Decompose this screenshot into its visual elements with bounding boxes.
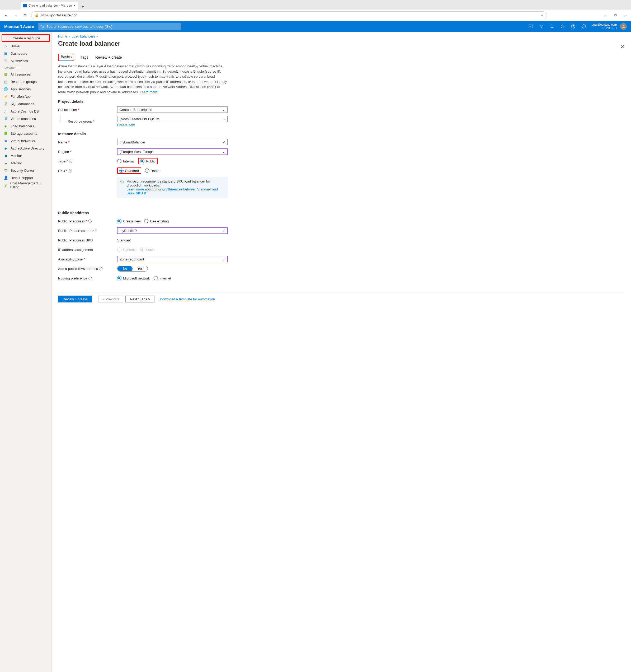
feedback-icon[interactable] bbox=[579, 21, 588, 32]
directory-filter-icon[interactable] bbox=[537, 21, 546, 32]
chevron-down-icon: ⌄ bbox=[222, 108, 225, 112]
sidebar-item-vnets[interactable]: ⇆Virtual networks bbox=[0, 137, 51, 144]
info-icon[interactable]: i bbox=[99, 267, 102, 270]
label-pip-name: Public IP address name * bbox=[58, 229, 117, 233]
radio-pip-existing[interactable]: Use existing bbox=[144, 219, 169, 223]
breadcrumb: Home › Load balancers › bbox=[58, 34, 625, 38]
sidebar-item-cosmos[interactable]: ☄Azure Cosmos DB bbox=[0, 107, 51, 115]
toggle-ipv6-yes[interactable]: Yes bbox=[132, 266, 148, 271]
sidebar-item-resource-groups[interactable]: ◫Resource groups bbox=[0, 78, 51, 85]
collections-icon[interactable]: ⧉ bbox=[612, 13, 619, 18]
reading-mode-icon[interactable]: ☆ bbox=[540, 13, 544, 17]
external-link-icon: ⧉ bbox=[144, 191, 146, 195]
avatar[interactable] bbox=[620, 23, 627, 30]
label-availability-zone: Availability zone * bbox=[58, 257, 117, 261]
close-blade-icon[interactable]: ✕ bbox=[620, 44, 625, 50]
sidebar-item-monitor[interactable]: ◉Monitor bbox=[0, 152, 51, 159]
radio-sku-basic[interactable]: Basic bbox=[145, 169, 159, 173]
sidebar-item-function-app[interactable]: ⚡Function App bbox=[0, 93, 51, 100]
advisor-icon: ☁ bbox=[4, 161, 8, 165]
sku-pricing-link[interactable]: Learn more about pricing differences bet… bbox=[126, 187, 218, 195]
radio-type-internal[interactable]: Internal bbox=[117, 159, 134, 163]
lightning-icon: ⚡ bbox=[4, 94, 8, 98]
sidebar-item-load-balancers[interactable]: ◈Load balancers bbox=[0, 122, 51, 130]
sidebar-item-advisor[interactable]: ☁Advisor bbox=[0, 159, 51, 167]
create-new-rg-link[interactable]: Create new bbox=[117, 123, 228, 127]
chevron-right-icon: › bbox=[69, 34, 70, 38]
new-tab-button[interactable]: + bbox=[78, 4, 87, 9]
user-account[interactable]: user@contoso.com CONTOSO bbox=[589, 23, 617, 30]
sidebar-item-storage[interactable]: ☰Storage accounts bbox=[0, 130, 51, 137]
database-icon: 🗄 bbox=[4, 102, 8, 106]
search-input[interactable] bbox=[47, 25, 178, 28]
download-template-link[interactable]: Download a template for automation bbox=[160, 297, 215, 301]
sidebar-item-all-services[interactable]: ☰All services bbox=[0, 57, 51, 65]
input-name[interactable]: myLoadBalancer✓ bbox=[117, 139, 228, 145]
radio-routing-ms[interactable]: Microsoft network bbox=[117, 276, 150, 280]
breadcrumb-lb[interactable]: Load balancers bbox=[72, 34, 95, 38]
radio-type-public[interactable]: Public bbox=[140, 159, 155, 163]
close-tab-icon[interactable]: × bbox=[73, 3, 76, 8]
svg-rect-2 bbox=[529, 25, 533, 28]
favorites-label: FAVORITES bbox=[0, 65, 51, 71]
toggle-ipv6[interactable]: No Yes bbox=[117, 266, 148, 271]
menu-icon[interactable]: ⋯ bbox=[622, 13, 628, 17]
sidebar-item-help[interactable]: 👤Help + support bbox=[0, 174, 51, 182]
select-availability-zone[interactable]: Zone-redundant⌄ bbox=[117, 256, 228, 262]
sidebar-item-dashboard[interactable]: ▦Dashboard bbox=[0, 50, 51, 57]
radio-sku-standard[interactable]: Standard bbox=[119, 169, 139, 173]
back-button[interactable]: ← bbox=[3, 12, 9, 19]
label-routing: Routing preference i bbox=[58, 276, 117, 280]
shield-icon: 🛡 bbox=[4, 168, 8, 172]
notifications-icon[interactable] bbox=[547, 21, 557, 32]
section-public-ip: Public IP address bbox=[58, 211, 625, 215]
address-bar[interactable]: 🔒 https://portal.azure.cn/ ☆ bbox=[31, 11, 547, 19]
sidebar-item-security[interactable]: 🛡Security Center bbox=[0, 167, 51, 174]
browser-tab[interactable]: Create load balancer - Microso × bbox=[21, 2, 78, 9]
tab-basics[interactable]: Basics bbox=[60, 53, 72, 61]
radio-pip-create[interactable]: Create new bbox=[117, 219, 141, 223]
select-subscription[interactable]: Contoso Subscription⌄ bbox=[117, 106, 228, 113]
review-create-button[interactable]: Review + create bbox=[58, 295, 92, 303]
description-text: Azure load balancer is a layer 4 load ba… bbox=[58, 64, 227, 95]
sidebar-item-all-resources[interactable]: ▦All resources bbox=[0, 71, 51, 78]
info-icon[interactable]: i bbox=[88, 219, 92, 223]
value-pip-sku: Standard bbox=[117, 238, 228, 242]
radio-ip-dynamic: Dynamic bbox=[117, 247, 136, 252]
tab-tags[interactable]: Tags bbox=[80, 54, 89, 61]
next-button[interactable]: Next : Tags > bbox=[125, 295, 154, 303]
sidebar-item-vms[interactable]: 🖥Virtual machines bbox=[0, 115, 51, 122]
sidebar-item-aad[interactable]: ◆Azure Active Directory bbox=[0, 144, 51, 152]
select-region[interactable]: (Europe) West Europe⌄ bbox=[117, 148, 228, 155]
radio-routing-internet[interactable]: Internet bbox=[154, 276, 171, 280]
toggle-ipv6-no[interactable]: No bbox=[118, 266, 132, 271]
favorites-icon[interactable]: ☆ bbox=[603, 13, 609, 17]
info-icon[interactable]: i bbox=[89, 277, 92, 280]
refresh-button[interactable]: ⟳ bbox=[22, 12, 28, 19]
collapse-sidebar-icon[interactable]: « bbox=[48, 33, 50, 36]
tab-review[interactable]: Review + create bbox=[95, 54, 123, 61]
help-icon[interactable] bbox=[569, 21, 578, 32]
global-search[interactable] bbox=[38, 23, 181, 30]
sidebar-item-create-resource[interactable]: + Create a resource bbox=[2, 34, 50, 42]
sidebar-item-cost[interactable]: $Cost Management + Billing bbox=[0, 182, 51, 189]
svg-line-1 bbox=[43, 27, 44, 28]
cloud-shell-icon[interactable] bbox=[526, 21, 536, 32]
select-resource-group[interactable]: (New) CreatePubLBQS-rg⌄ bbox=[117, 116, 228, 122]
azure-logo[interactable]: Microsoft Azure bbox=[4, 24, 34, 29]
breadcrumb-home[interactable]: Home bbox=[58, 34, 67, 38]
label-sku: SKU * i bbox=[58, 169, 117, 173]
sidebar-item-home[interactable]: ⌂Home bbox=[0, 42, 51, 50]
previous-button[interactable]: < Previous bbox=[98, 295, 124, 303]
sidebar: « + Create a resource ⌂Home ▦Dashboard ☰… bbox=[0, 32, 52, 672]
info-icon[interactable]: i bbox=[69, 160, 72, 163]
label-subscription: Subscription * bbox=[58, 108, 117, 112]
forward-button[interactable]: → bbox=[12, 12, 19, 19]
learn-more-link[interactable]: Learn more. bbox=[140, 90, 158, 94]
label-ipv6: Add a public IPv6 address i bbox=[58, 267, 117, 271]
input-pip-name[interactable]: myPublicIP✓ bbox=[117, 227, 228, 234]
info-icon[interactable]: i bbox=[69, 169, 72, 172]
settings-icon[interactable] bbox=[558, 21, 567, 32]
sidebar-item-app-services[interactable]: 🌐App Services bbox=[0, 85, 51, 93]
sidebar-item-sql[interactable]: 🗄SQL databases bbox=[0, 100, 51, 107]
